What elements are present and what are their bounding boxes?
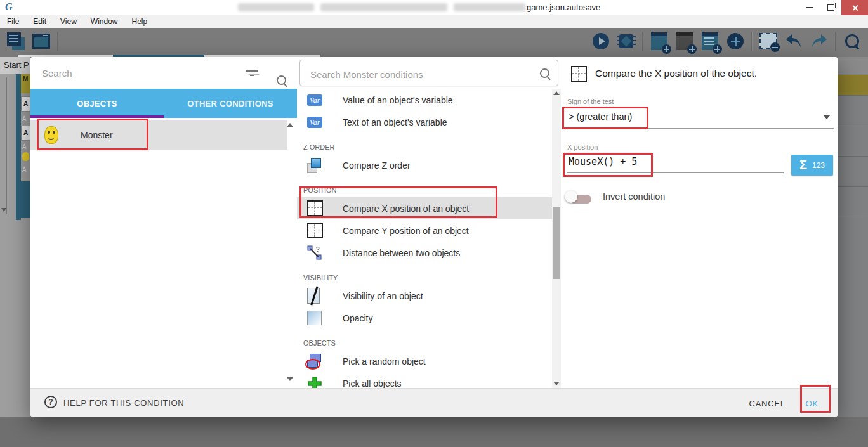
- condition-item[interactable]: Opacity: [297, 307, 552, 329]
- redacted-title-segment: [238, 3, 314, 11]
- text-object-glyph: A: [22, 143, 27, 150]
- object-list-item-monster[interactable]: Monster: [30, 120, 287, 150]
- tab-other-conditions[interactable]: OTHER CONDITIONS: [164, 89, 297, 118]
- conditions-scrollbar: [552, 89, 561, 388]
- menu-help[interactable]: Help: [125, 17, 155, 26]
- condition-item[interactable]: ? Distance between two objects: [297, 242, 552, 264]
- section-header: Z ORDER: [297, 133, 552, 154]
- toolbar-separator: [751, 32, 753, 51]
- toolbar-separator: [57, 32, 58, 51]
- close-button[interactable]: [841, 0, 868, 15]
- z-order-icon: [307, 158, 322, 173]
- event-tree-collapse-icon[interactable]: [1, 208, 6, 212]
- text-object-glyph: A: [22, 166, 27, 173]
- condition-item[interactable]: Var Text of an object's variable: [297, 111, 552, 133]
- scroll-down-icon[interactable]: [553, 382, 560, 385]
- compare-x-icon: [571, 66, 587, 82]
- condition-parameters-panel: Compare the X position of the object. Si…: [562, 57, 838, 417]
- events-rows-background: [838, 57, 868, 417]
- conditions-list: Var Value of an object's variable Var Te…: [297, 89, 552, 388]
- active-tab-underline: [30, 115, 164, 118]
- application-window: G game.json.autosave File Edit View Wind…: [0, 0, 868, 447]
- restore-button[interactable]: [820, 0, 841, 15]
- invert-toggle-thumb[interactable]: [565, 190, 577, 203]
- delete-selection-icon[interactable]: [759, 32, 778, 51]
- scrollbar-thumb[interactable]: [553, 207, 560, 279]
- scene-window-icon[interactable]: [32, 32, 51, 51]
- visibility-icon: [307, 288, 320, 304]
- conditions-search-input[interactable]: [309, 65, 521, 84]
- objects-scroll-down-icon[interactable]: [287, 377, 293, 381]
- toolbar-left-group: [6, 28, 58, 55]
- menu-edit[interactable]: Edit: [26, 17, 53, 26]
- tab-objects[interactable]: OBJECTS: [30, 89, 164, 118]
- help-icon[interactable]: ?: [44, 396, 57, 408]
- sign-of-test-select[interactable]: > (greater than): [569, 112, 632, 122]
- start-page-tab[interactable]: Start P: [0, 57, 30, 74]
- pick-random-object-icon: [307, 354, 322, 369]
- add-event-icon[interactable]: [650, 32, 669, 51]
- invert-condition-label: Invert condition: [603, 191, 665, 202]
- redo-icon[interactable]: [810, 32, 829, 51]
- conditions-search-bar: [299, 60, 558, 86]
- help-for-condition-button[interactable]: HELP FOR THIS CONDITION: [63, 398, 184, 408]
- search-icon[interactable]: [540, 68, 549, 78]
- minimize-button[interactable]: [798, 0, 820, 15]
- preview-play-icon[interactable]: [591, 32, 610, 51]
- condition-item[interactable]: Pick all objects: [297, 372, 552, 388]
- menu-file[interactable]: File: [0, 17, 26, 26]
- condition-item[interactable]: Compare Z order: [297, 154, 552, 176]
- condition-item-compare-x[interactable]: Compare X position of an object: [297, 197, 552, 219]
- condition-source-tabs: OBJECTS OTHER CONDITIONS: [30, 89, 297, 118]
- objects-search-bar: [30, 57, 297, 89]
- add-comment-icon[interactable]: [700, 32, 720, 51]
- condition-item[interactable]: Compare Y position of an object: [297, 219, 552, 242]
- menu-view[interactable]: View: [53, 17, 84, 26]
- menu-bar: File Edit View Window Help: [0, 15, 868, 29]
- condition-item[interactable]: Pick a random object: [297, 350, 552, 372]
- gdevelop-logo-icon: G: [5, 1, 18, 14]
- monster-object-thumbnail: [22, 152, 29, 161]
- redacted-title-segment: [320, 3, 447, 11]
- condition-item[interactable]: Var Value of an object's variable: [297, 89, 552, 111]
- choose-condition-dialog: OBJECTS OTHER CONDITIONS Monster Var Val…: [30, 57, 838, 417]
- project-manager-icon[interactable]: [6, 32, 25, 51]
- search-icon[interactable]: [277, 75, 286, 85]
- compare-x-icon: [307, 200, 323, 216]
- objects-scroll-up-icon[interactable]: [287, 123, 293, 127]
- section-header: VISIBILITY: [297, 264, 552, 285]
- search-icon[interactable]: [843, 32, 862, 51]
- dialog-footer: ? HELP FOR THIS CONDITION CANCEL OK: [30, 388, 838, 417]
- sign-of-test-label: Sign of the test: [567, 98, 614, 105]
- undo-icon[interactable]: [784, 32, 803, 51]
- ok-button[interactable]: OK: [802, 394, 822, 412]
- redacted-title-segment: [454, 3, 525, 11]
- toolbar-separator: [642, 32, 643, 51]
- x-position-input[interactable]: MouseX() + 5: [569, 156, 637, 167]
- debug-icon[interactable]: [617, 32, 636, 51]
- events-editor-background: Start P M A A A A A: [0, 57, 30, 417]
- condition-title: Compare the X position of the object.: [595, 68, 757, 79]
- add-subevent-icon[interactable]: [675, 32, 694, 51]
- toolbar-right-group: [591, 28, 862, 55]
- cancel-button[interactable]: CANCEL: [745, 394, 789, 412]
- pick-all-objects-icon: [307, 376, 322, 389]
- add-new-icon[interactable]: [726, 32, 745, 51]
- section-header: POSITION: [297, 176, 552, 197]
- section-header: OBJECTS: [297, 329, 552, 350]
- sigma-icon: Σ: [799, 158, 807, 172]
- menu-window[interactable]: Window: [84, 17, 125, 26]
- condition-item[interactable]: Visibility of an object: [297, 285, 552, 307]
- text-object-icon: A: [21, 126, 30, 141]
- event-tree-line: [6, 77, 7, 214]
- event-block: [21, 181, 30, 218]
- objects-search-input[interactable]: [41, 63, 233, 82]
- filter-icon[interactable]: [246, 69, 258, 77]
- monster-icon: [44, 126, 58, 144]
- open-expression-editor-button[interactable]: Σ 123: [791, 155, 833, 176]
- title-bar: G game.json.autosave: [0, 0, 868, 15]
- scroll-up-icon[interactable]: [553, 91, 560, 95]
- background-bottom-area: [0, 417, 868, 447]
- chevron-down-icon[interactable]: [824, 115, 830, 119]
- window-title: game.json.autosave: [527, 3, 600, 12]
